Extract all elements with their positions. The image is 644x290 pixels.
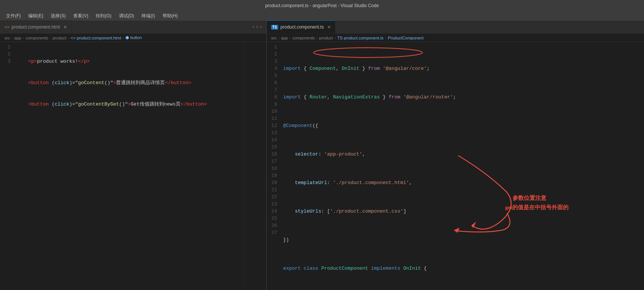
bc-product: product	[53, 36, 66, 40]
annotation-text-1: 参数位置注意	[513, 195, 547, 201]
rc-line-3: @Component({	[282, 122, 644, 129]
rc-line-6: styleUrls: ['./product.component.css']	[282, 208, 644, 215]
right-code-content: import { Component, OnInit } from '@angu…	[282, 42, 644, 290]
editor-layout: <> product.component.html × ··· src › ap…	[0, 21, 644, 290]
bc-html-file: <> product.component.html	[71, 36, 121, 40]
svg-marker-1	[471, 222, 476, 228]
rbc-app: app	[281, 36, 288, 40]
right-tab-close[interactable]: ×	[327, 24, 330, 30]
html-file-icon: <>	[5, 25, 9, 29]
left-code-content: <p>product works!</p> <button (click)="g…	[15, 42, 244, 290]
left-line-numbers: 1 2 3	[0, 42, 15, 290]
menu-terminal[interactable]: 终端(I)	[139, 12, 158, 20]
right-code-area[interactable]: 1 2 3 4 5 6 7 8 9 10 11 12 13 14 15 16 1…	[267, 42, 644, 290]
annotation-svg: 参数位置注意 get的值是在中括号外面的	[282, 42, 644, 290]
menu-file[interactable]: 文件(F)	[3, 12, 24, 20]
left-code-area[interactable]: 1 2 3 <p>product works!</p> <button (cli…	[0, 42, 266, 290]
right-panel: TS product.component.ts × src › app › co…	[267, 21, 644, 290]
bc-components: components	[26, 36, 48, 40]
bc-src: src	[5, 36, 10, 40]
left-breadcrumb: src › app › components › product › <> pr…	[0, 34, 266, 42]
rc-line-2: import { Router, NavigationExtras } from…	[282, 94, 644, 101]
left-panel: <> product.component.html × ··· src › ap…	[0, 21, 267, 290]
left-tab-close[interactable]: ×	[64, 24, 67, 30]
menu-goto[interactable]: 转到(G)	[93, 12, 114, 20]
ts-file-icon: TS	[271, 25, 278, 30]
rc-line-1: import { Component, OnInit } from '@angu…	[282, 65, 644, 72]
tab-more-button[interactable]: ···	[248, 20, 266, 33]
left-code-line-1: <p>product works!</p>	[15, 58, 244, 65]
rbc-class: ProductComponent	[388, 36, 424, 40]
right-tab-label: product.component.ts	[281, 24, 324, 30]
right-tab-ts[interactable]: TS product.component.ts ×	[267, 20, 335, 33]
title-bar: product.component.ts - angularPost - Vis…	[0, 0, 644, 11]
bc-app: app	[14, 36, 21, 40]
left-code-line-3: <button (click)="goContentByGet()">Get传值…	[15, 101, 244, 108]
right-tab-bar: TS product.component.ts ×	[267, 21, 644, 34]
rc-line-4: selector: 'app-product',	[282, 151, 644, 158]
svg-marker-2	[454, 228, 460, 233]
menu-view[interactable]: 查看(V)	[70, 12, 91, 20]
menu-edit[interactable]: 编辑(E)	[25, 12, 46, 20]
bc-button: ⬟ button	[125, 35, 142, 40]
right-breadcrumb: src › app › components › product › TS pr…	[267, 34, 644, 42]
rc-line-7: })	[282, 236, 644, 243]
left-code-line-2: <button (click)="goContent()">普通跳转到商品详情页…	[15, 79, 244, 86]
svg-point-0	[314, 48, 422, 57]
left-tab-html[interactable]: <> product.component.html ×	[0, 20, 72, 33]
left-tab-bar: <> product.component.html × ···	[0, 21, 266, 34]
rbc-product: product	[319, 36, 333, 40]
left-tab-label: product.component.html	[12, 24, 60, 30]
rc-line-5: templateUrl: './product.component.html',	[282, 179, 644, 186]
menu-help[interactable]: 帮助(H)	[160, 12, 181, 20]
rbc-components: components	[292, 36, 315, 40]
menu-bar: 文件(F) 编辑(E) 选择(S) 查看(V) 转到(G) 调试(D) 终端(I…	[0, 11, 644, 21]
title-text: product.component.ts - angularPost - Vis…	[265, 3, 379, 8]
left-minimap	[244, 42, 266, 290]
menu-select[interactable]: 选择(S)	[48, 12, 69, 20]
right-line-numbers: 1 2 3 4 5 6 7 8 9 10 11 12 13 14 15 16 1…	[267, 42, 282, 290]
rbc-src: src	[271, 36, 277, 40]
rc-line-8: export class ProductComponent implements…	[282, 265, 644, 272]
menu-debug[interactable]: 调试(D)	[116, 12, 137, 20]
rbc-ts-file: TS product.component.ts	[337, 36, 383, 40]
